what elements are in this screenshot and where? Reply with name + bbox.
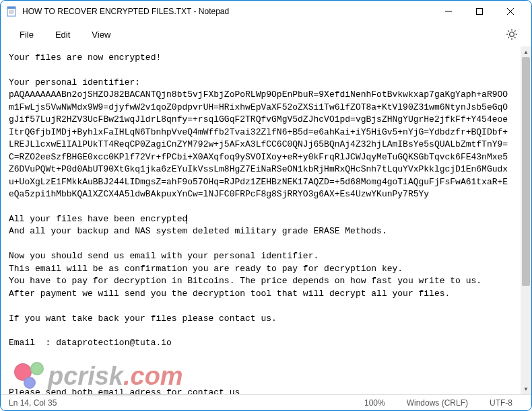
text-line: This email will be as confirmation you a… — [9, 264, 403, 274]
identifier-block: pAQAAAAAAABn2ojSHZOJ82BACANTQjn8bt5vjFXb… — [9, 89, 508, 199]
minimize-button[interactable] — [433, 1, 464, 22]
text-line: You have to pay for decryption in Bitcoi… — [9, 276, 481, 286]
encoding: UTF-8 — [479, 398, 523, 408]
window-controls — [433, 1, 526, 22]
statusbar: Ln 14, Col 35 100% Windows (CRLF) UTF-8 — [1, 394, 531, 410]
menubar: File Edit View — [1, 22, 531, 46]
zoom-level: 100% — [354, 398, 396, 408]
scroll-up-arrow[interactable]: ▲ — [521, 46, 531, 57]
text-line: Now you should send us email with your p… — [9, 251, 319, 261]
text-line: And all your backup and NAS system delet… — [9, 226, 387, 236]
maximize-button[interactable] — [464, 1, 495, 22]
text-editor[interactable]: Your files are now encrypted! Your perso… — [1, 46, 521, 394]
line-ending: Windows (CRLF) — [396, 398, 479, 408]
gear-icon[interactable] — [506, 28, 518, 40]
scrollbar-thumb[interactable] — [522, 57, 530, 286]
svg-rect-1 — [7, 7, 15, 9]
content-area: Your files are now encrypted! Your perso… — [1, 46, 531, 394]
text-line: Email : dataprotection@tuta.io — [9, 338, 172, 348]
text-line: Please send both email adress for contac… — [9, 387, 240, 394]
menu-view[interactable]: View — [81, 26, 121, 44]
cursor-position: Ln 14, Col 35 — [9, 398, 354, 408]
close-button[interactable] — [495, 1, 526, 22]
titlebar: HOW TO RECOVER ENCRYPTED FILES.TXT - Not… — [1, 1, 531, 22]
notepad-icon — [6, 6, 17, 17]
scroll-down-arrow[interactable]: ▼ — [521, 383, 531, 394]
text-line: All your files have been encrypted — [9, 214, 187, 224]
text-line: Your personal identifier: — [9, 77, 140, 87]
vertical-scrollbar[interactable]: ▲ ▼ — [521, 46, 531, 394]
window-title: HOW TO RECOVER ENCRYPTED FILES.TXT - Not… — [22, 7, 433, 16]
text-line: If you want take back your files please … — [9, 313, 277, 324]
text-line: Your files are now encrypted! — [9, 52, 161, 63]
text-line: After payment we will send you the decry… — [9, 289, 450, 299]
menu-edit[interactable]: Edit — [44, 26, 81, 44]
menu-file[interactable]: File — [9, 26, 44, 44]
svg-rect-6 — [477, 9, 483, 15]
